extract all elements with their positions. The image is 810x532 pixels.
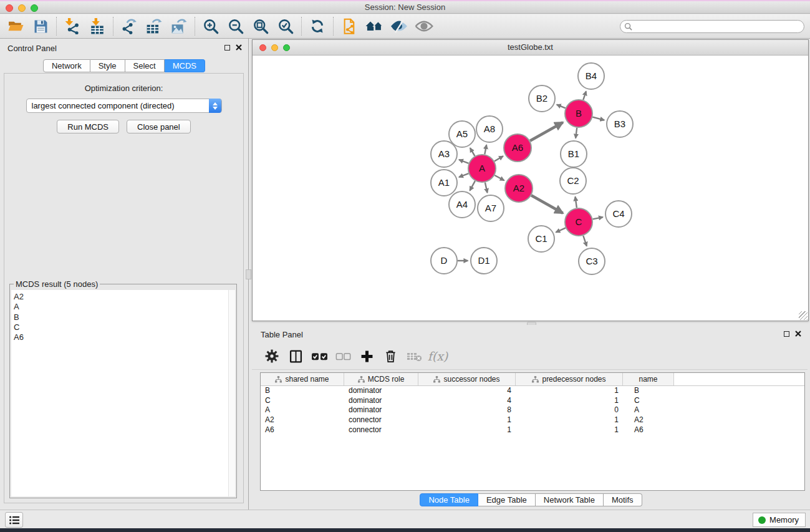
result-item[interactable]: A [11,302,235,312]
open-session-button[interactable] [3,16,28,37]
graph-edge-A-A1[interactable] [459,173,469,177]
graph-edge-A-A5[interactable] [470,148,475,156]
close-table-panel-icon[interactable] [795,331,801,337]
table-settings-button[interactable] [260,345,284,367]
search-input[interactable] [635,21,804,32]
zoom-out-button[interactable] [223,16,248,37]
tab-motifs[interactable]: Motifs [604,493,642,506]
select-all-rows-button[interactable] [307,345,331,367]
import-table-button[interactable] [85,16,110,37]
close-panel-icon[interactable] [236,44,242,51]
tab-node-table[interactable]: Node Table [420,493,478,506]
graph-edge-B-B4[interactable] [583,91,586,100]
vertical-splitter-grip[interactable] [246,269,251,279]
resize-grip-icon[interactable] [799,311,808,320]
column-header-successor-nodes[interactable]: successor nodes [418,373,516,385]
table-header-row[interactable]: shared nameMCDS rolesuccessor nodesprede… [261,373,804,386]
result-item[interactable]: A6 [11,332,235,342]
zoom-selected-icon [277,18,294,35]
criterion-value: largest connected component (directed) [32,101,175,110]
graph-edge-A2-C[interactable] [531,195,563,213]
add-column-button[interactable] [355,345,378,367]
tab-select[interactable]: Select [125,59,165,72]
float-table-panel-icon[interactable] [784,331,789,337]
graph-edge-C-C2[interactable] [576,196,577,208]
table-body[interactable]: Bdominator41BCdominator41CAdominator80AA… [261,386,804,435]
column-header-shared-name[interactable]: shared name [261,373,344,385]
zoom-selected-button[interactable] [273,16,298,37]
minimize-window-button[interactable] [18,4,26,12]
mcds-result-list[interactable]: A2ABCA6 [11,290,235,496]
column-header-predecessor-nodes[interactable]: predecessor nodes [516,373,623,385]
network-graph[interactable]: AA1A2A3A4A5A6A7A8BB1B2B3B4CC1C2C3C4DD1 [253,56,808,321]
tab-style[interactable]: Style [90,59,125,72]
toggle-panel-button[interactable] [412,16,436,37]
control-panel: Control Panel NetworkStyleSelectMCDS Opt… [0,39,249,510]
float-panel-icon[interactable] [224,45,230,51]
graph-edge-C-C4[interactable] [593,217,603,219]
function-builder-button[interactable]: f(x) [426,345,450,367]
reset-view-button[interactable] [362,16,387,37]
unchecked-boxes-icon [335,352,351,360]
tab-network-table[interactable]: Network Table [536,493,604,506]
delete-column-button[interactable] [378,345,402,367]
graph-edge-C-C1[interactable] [556,228,566,232]
export-image-button[interactable] [166,16,191,37]
table-tabs[interactable]: Node TableEdge TableNetwork TableMotifs [252,493,810,506]
deselect-all-rows-button[interactable] [331,345,355,367]
graph-edge-A-A8[interactable] [485,145,486,154]
zoom-window-button[interactable] [31,4,38,12]
tab-edge-table[interactable]: Edge Table [478,493,536,506]
close-window-button[interactable] [6,4,13,12]
result-item[interactable]: B [11,312,235,322]
criterion-dropdown[interactable]: largest connected component (directed) [26,99,222,113]
window-controls[interactable] [6,4,38,12]
network-minimize-button[interactable] [271,44,278,51]
zoom-fit-button[interactable] [248,16,273,37]
memory-button[interactable]: Memory [753,513,806,527]
result-item[interactable]: C [11,322,235,332]
export-network-button[interactable] [117,16,142,37]
export-table-button[interactable] [142,16,166,37]
control-panel-tabs[interactable]: NetworkStyleSelectMCDS [0,59,248,72]
tab-network[interactable]: Network [43,59,90,72]
result-item[interactable]: A2 [11,290,235,302]
column-header-name[interactable]: name [623,373,674,385]
table-row[interactable]: Adominator80A [261,405,804,415]
apply-layout-button[interactable] [305,16,330,37]
table-cell: B [623,386,674,396]
graph-edge-B-B1[interactable] [576,128,577,138]
graph-edge-B-B3[interactable] [592,117,604,120]
graph-edge-A-A4[interactable] [470,181,475,191]
graph-edge-A6-B[interactable] [530,122,563,141]
tab-mcds[interactable]: MCDS [165,59,205,72]
graph-edge-A-A6[interactable] [494,156,503,161]
graph-node-label: A3 [438,148,450,159]
graph-edge-B-B2[interactable] [557,105,566,109]
save-session-button[interactable] [28,16,53,37]
toggle-graphics-details-button[interactable] [387,16,412,37]
table-row[interactable]: A6connector11A6 [261,425,804,435]
network-close-button[interactable] [259,44,266,51]
graph-edge-C-C3[interactable] [583,236,587,246]
table-row[interactable]: A2connector11A2 [261,415,804,425]
graph-edge-A-A2[interactable] [494,175,504,180]
show-column-button[interactable] [284,345,307,367]
run-mcds-button[interactable]: Run MCDS [57,120,119,133]
task-history-button[interactable] [5,512,23,528]
network-from-selection-button[interactable] [337,16,362,37]
delete-table-button[interactable] [402,345,426,367]
close-panel-button[interactable]: Close panel [127,120,191,133]
graph-edge-A-A7[interactable] [485,183,488,193]
table-row[interactable]: Cdominator41C [261,396,804,406]
result-list-scrollbar[interactable] [228,290,235,496]
network-canvas[interactable]: AA1A2A3A4A5A6A7A8BB1B2B3B4CC1C2C3C4DD1 [253,56,808,321]
network-zoom-button[interactable] [283,44,290,51]
graph-edge-A-A3[interactable] [459,160,469,163]
node-table[interactable]: shared nameMCDS rolesuccessor nodesprede… [260,372,805,491]
import-network-button[interactable] [60,16,85,37]
search-field[interactable] [620,20,804,33]
zoom-in-button[interactable] [198,16,223,37]
column-header-MCDS-role[interactable]: MCDS role [344,373,418,385]
table-row[interactable]: Bdominator41B [261,386,804,396]
